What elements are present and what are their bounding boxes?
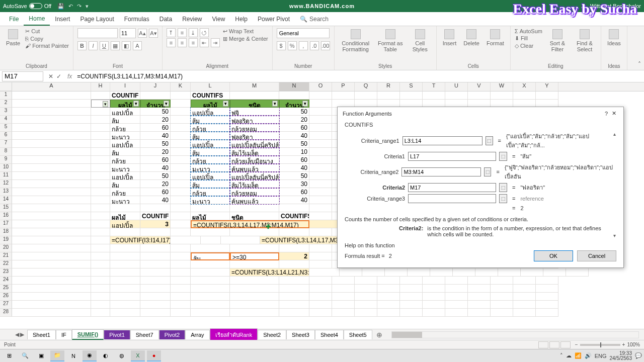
decrease-font-icon[interactable]: A▾ xyxy=(149,29,158,38)
cell[interactable] xyxy=(445,293,468,301)
cell[interactable]: 40 xyxy=(140,196,171,204)
cancel-formula-icon[interactable]: ✕ xyxy=(48,73,53,80)
indent-inc-icon[interactable]: ⇥ xyxy=(211,38,220,47)
cell[interactable] xyxy=(12,309,91,317)
col-header[interactable]: L xyxy=(191,82,230,91)
cell[interactable] xyxy=(140,260,171,268)
row-header[interactable]: 12 xyxy=(0,180,12,188)
sheet-tab[interactable]: Pivot2 xyxy=(159,330,186,339)
clock[interactable]: 19:3324/5/2563 xyxy=(610,351,632,361)
cell[interactable]: 10 xyxy=(279,148,309,156)
sheet-tab[interactable]: Sheet7 xyxy=(130,330,159,339)
cell[interactable]: กล้วยหอม xyxy=(230,124,279,132)
delete-cells-button[interactable]: Delete xyxy=(461,28,481,47)
cell[interactable] xyxy=(110,204,140,212)
cell[interactable] xyxy=(468,293,491,301)
cell[interactable] xyxy=(91,268,110,277)
tab-view[interactable]: View xyxy=(207,12,230,26)
cell[interactable] xyxy=(309,293,332,301)
cell[interactable] xyxy=(191,244,230,252)
cell[interactable] xyxy=(309,148,332,156)
cell[interactable]: 50 xyxy=(279,108,309,116)
col-header[interactable]: H xyxy=(91,82,110,91)
tab-page-layout[interactable]: Page Layout xyxy=(75,12,119,26)
language-indicator[interactable]: ENG xyxy=(595,353,607,359)
cell[interactable] xyxy=(12,228,91,236)
name-box[interactable] xyxy=(2,71,43,81)
cell[interactable]: 60 xyxy=(279,188,309,196)
cell[interactable]: ส้มไร้เมล็ด xyxy=(230,148,279,156)
cell[interactable] xyxy=(309,212,332,220)
sheet-tab[interactable]: เรียงลำดับRank xyxy=(210,328,258,341)
cell[interactable] xyxy=(279,244,309,252)
cell[interactable] xyxy=(309,100,332,108)
arg-input[interactable] xyxy=(408,194,496,203)
tray-chevron-icon[interactable]: ˄ xyxy=(560,352,563,359)
cell[interactable] xyxy=(12,212,91,220)
tab-help[interactable]: Help xyxy=(230,12,253,26)
cell[interactable] xyxy=(12,244,91,252)
cell[interactable] xyxy=(355,309,377,317)
cell[interactable]: แอปเปิ้ล xyxy=(110,172,140,180)
cell[interactable]: =COUNTIFS(L3:L14,L21,N3:N14,">=30") xyxy=(230,268,309,277)
tab-home[interactable]: Home xyxy=(24,12,50,26)
increase-decimal-icon[interactable]: .0 xyxy=(310,41,319,50)
arg-input[interactable] xyxy=(401,167,481,176)
row-header[interactable]: 5 xyxy=(0,124,12,132)
cell[interactable] xyxy=(191,268,230,277)
cell[interactable] xyxy=(536,293,558,301)
col-header[interactable]: A xyxy=(12,82,91,91)
cell[interactable]: COUNTIF xyxy=(110,92,140,100)
cell[interactable] xyxy=(91,277,110,285)
cell[interactable] xyxy=(91,92,110,100)
cell[interactable] xyxy=(377,293,400,301)
cell[interactable]: แอปเปิ้ล xyxy=(191,108,230,116)
cell[interactable] xyxy=(171,309,191,317)
cancel-button[interactable]: Cancel xyxy=(577,250,616,261)
cell[interactable] xyxy=(191,293,230,301)
cell[interactable] xyxy=(566,268,589,277)
cell[interactable] xyxy=(332,92,355,100)
system-tray[interactable]: ˄ ☁ 📶 🔊 ENG 19:3324/5/2563 💬 xyxy=(560,351,642,361)
sheet-tab[interactable]: Sheet2 xyxy=(258,330,286,339)
cell[interactable]: 50 xyxy=(279,140,309,148)
row-header[interactable]: 19 xyxy=(0,236,12,244)
cell[interactable] xyxy=(91,204,110,212)
cell[interactable] xyxy=(513,293,536,301)
insert-cells-button[interactable]: Insert xyxy=(441,28,459,47)
col-header[interactable]: V xyxy=(468,82,491,91)
sheet-nav-prev-icon[interactable]: ◀ xyxy=(15,331,19,338)
cell[interactable] xyxy=(201,236,221,244)
cell[interactable] xyxy=(91,236,110,244)
cell[interactable] xyxy=(221,236,260,244)
cell[interactable] xyxy=(140,244,171,252)
cell[interactable]: กล้วย xyxy=(191,188,230,196)
cell[interactable] xyxy=(423,301,445,309)
cell[interactable]: ชนิด xyxy=(230,212,279,220)
cell[interactable] xyxy=(12,260,91,268)
cell[interactable] xyxy=(309,268,340,277)
cell[interactable] xyxy=(400,285,423,293)
cell[interactable] xyxy=(171,92,191,100)
col-header[interactable]: O xyxy=(309,82,332,91)
cell[interactable] xyxy=(423,293,445,301)
cell[interactable] xyxy=(12,204,91,212)
cell[interactable] xyxy=(171,156,191,164)
cell[interactable] xyxy=(140,204,171,212)
cell[interactable]: มะนาว xyxy=(191,164,230,172)
cell[interactable] xyxy=(309,108,332,116)
cell[interactable] xyxy=(279,309,309,317)
cell[interactable] xyxy=(91,172,110,180)
cell[interactable] xyxy=(12,277,91,285)
cell[interactable] xyxy=(423,92,445,100)
fill-color-button[interactable]: ◧ xyxy=(122,41,131,50)
font-size-input[interactable] xyxy=(120,28,136,38)
volume-icon[interactable]: 🔊 xyxy=(585,352,592,359)
cell[interactable]: ส้ม xyxy=(110,116,140,124)
cell[interactable] xyxy=(12,293,91,301)
cell[interactable] xyxy=(91,260,110,268)
fx-icon[interactable]: fx xyxy=(64,73,75,80)
col-header[interactable]: R xyxy=(377,82,400,91)
col-header[interactable]: P xyxy=(332,82,355,91)
cell[interactable] xyxy=(309,309,332,317)
